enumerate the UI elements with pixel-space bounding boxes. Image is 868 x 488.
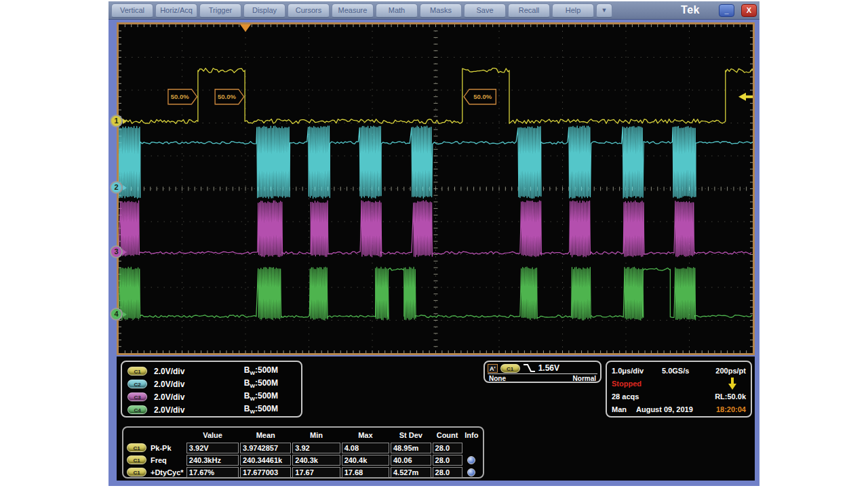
minimize-button[interactable]: _ [719,4,734,17]
measurement-min: 3.92 [292,443,340,453]
channel-badge-c3: C3 [127,392,147,401]
horizontal-scale-row: 1.0μs/div 5.0GS/s 200ps/pt [612,364,746,377]
trigger-mode: Normal [573,375,596,382]
falling-edge-icon [523,363,536,373]
measurement-label: C1Pk-Pk [127,443,185,452]
channel-scale: 2.0V/div [154,405,184,415]
channel-marker-c2[interactable]: 2 [110,181,123,194]
measurement-name: Pk-Pk [151,444,172,452]
measurement-min: 240.3k [292,455,340,466]
menu-button-trigger[interactable]: Trigger [199,3,241,18]
date-label: August 09, 2019 [636,405,693,413]
acquisition-count-row: 28 acqs RL:50.0k [612,390,746,403]
measurement-value: 240.3kHz [186,455,239,466]
channel-setting-row-c4[interactable]: C42.0V/divBW:500M [127,403,296,416]
measurement-source-badge: C1 [127,455,146,464]
measurement-count: 28.0 [433,467,462,478]
menu-button-horiz-acq[interactable]: Horiz/Acq [155,3,197,18]
trace-c3 [119,201,751,257]
channel-bandwidth: BW:500M [244,404,278,415]
trigger-mode-row: None Normal [488,373,597,382]
channel-marker-arrow [123,185,127,190]
channel-setting-row-c1[interactable]: C12.0V/divBW:500M [127,365,296,378]
trigger-mode-label: Man [612,405,636,413]
measurement-mean: 17.677003 [240,467,291,478]
trigger-panel[interactable]: A' C1 1.56V None Normal [484,361,601,383]
channel-scale: 2.0V/div [154,380,184,389]
menu-button-masks[interactable]: Masks [420,3,462,18]
menu-button-math[interactable]: Math [376,3,418,18]
measurement-row-freq[interactable]: C1Freq240.3kHz240.34461k240.3k240.4k40.0… [127,454,479,466]
channel-scale: 2.0V/div [154,367,184,376]
measurement-count: 28.0 [433,455,462,466]
sample-rate: 5.0GS/s [662,367,709,375]
trigger-position-marker[interactable] [240,24,251,32]
acquisition-status: Stopped [612,380,642,388]
trigger-holdoff: None [489,375,506,382]
readout-area: C12.0V/divBW:500MC22.0V/divBW:500MC32.0V… [117,357,755,481]
menu-button-help[interactable]: Help [552,3,594,18]
channel-marker-c4[interactable]: 4 [110,308,123,321]
trigger-source-badge: C1 [500,364,520,373]
measurement-row-pkpk[interactable]: C1Pk-Pk3.92V3.97428573.924.0848.95m28.0 [127,442,479,453]
channel-marker-arrow [123,249,127,255]
duty-cycle-callout-label: 50.0% [171,93,189,100]
channel-badge-c2: C2 [127,380,147,388]
menu-button-measure[interactable]: Measure [332,3,374,18]
menu-overflow-button[interactable]: ▼ [596,3,612,18]
measurement-header-count: Count [433,430,462,441]
menu-button-vertical[interactable]: Vertical [111,3,153,18]
measurement-header-st-dev: St Dev [391,430,431,441]
waveform-display[interactable]: 50.0%50.0%50.0%1234 [117,22,755,355]
measurement-mean: 240.34461k [240,455,291,466]
measurement-min: 17.67 [292,467,340,478]
measurement-label: C1+DtyCyc* [127,468,185,476]
measurement-header-min: Min [292,430,340,441]
channel-setting-row-c3[interactable]: C32.0V/divBW:500M [127,390,296,403]
trace-c4 [119,267,752,320]
acquisition-status-row: Stopped [612,377,746,390]
trigger-level-arrow[interactable] [738,93,753,101]
menu-bar: VerticalHoriz/AcqTriggerDisplayCursorsMe… [108,1,760,20]
oscilloscope-window: VerticalHoriz/AcqTriggerDisplayCursorsMe… [108,1,760,486]
channel-bandwidth: BW:500M [244,391,278,402]
channel-setting-row-c2[interactable]: C22.0V/divBW:500M [127,378,296,390]
channel-settings-panel[interactable]: C12.0V/divBW:500MC22.0V/divBW:500MC32.0V… [121,361,302,418]
measurement-stdev: 40.06 [391,455,431,466]
channel-bandwidth: BW:500M [244,378,278,389]
measurement-stdev: 4.527m [391,467,431,478]
close-button[interactable]: X [741,4,757,17]
menu-button-cursors[interactable]: Cursors [288,3,330,18]
measurement-header-info: Info [464,430,479,441]
measurement-max: 240.4k [342,455,389,466]
channel-marker-c1[interactable]: 1 [110,115,123,127]
channel-badge-c1: C1 [127,367,147,375]
measurement-count: 28.0 [433,443,462,453]
measurement-header-row: ValueMeanMinMaxSt DevCountInfo [127,430,479,441]
measurement-info-icon[interactable] [464,467,479,478]
duty-cycle-callout-label: 50.0% [218,93,236,100]
channel-marker-c3[interactable]: 3 [110,245,123,258]
measurement-table[interactable]: ValueMeanMinMaxSt DevCountInfoC1Pk-Pk3.9… [122,426,484,479]
channel-badge-c4: C4 [127,405,147,414]
measurement-row-dtycyc[interactable]: C1+DtyCyc*17.67%17.67700317.6717.684.527… [127,466,479,478]
measurement-value: 17.67% [186,467,239,478]
measurement-info-empty [464,443,479,453]
measurement-name: Freq [151,456,167,464]
measurement-name: +DtyCyc* [151,468,184,476]
time-label: 18:20:04 [716,405,746,413]
measurement-value: 3.92V [186,443,239,453]
waveform-svg: 50.0%50.0%50.0% [119,24,753,353]
menu-button-display[interactable]: Display [243,3,285,18]
time-per-div: 1.0μs/div [612,367,662,375]
tek-logo: Tek [681,4,700,16]
menu-button-save[interactable]: Save [464,3,506,18]
measurement-info-icon[interactable] [464,455,479,466]
trigger-level-value: 1.56V [538,363,559,373]
menu-button-recall[interactable]: Recall [508,3,550,18]
channel-bandwidth: BW:500M [244,365,278,376]
channel-marker-arrow [123,312,127,317]
trigger-readout-row: A' C1 1.56V [488,363,597,373]
trigger-a-badge: A' [488,364,498,373]
horizontal-panel[interactable]: 1.0μs/div 5.0GS/s 200ps/pt Stopped 28 ac… [606,361,752,418]
